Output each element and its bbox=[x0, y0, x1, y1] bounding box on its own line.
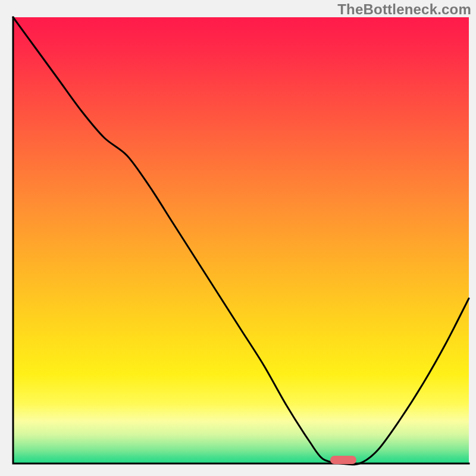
optimum-marker bbox=[330, 456, 356, 464]
plot-background bbox=[13, 17, 469, 464]
chart-svg bbox=[0, 0, 476, 476]
chart-container: TheBottleneck.com bbox=[0, 0, 476, 476]
